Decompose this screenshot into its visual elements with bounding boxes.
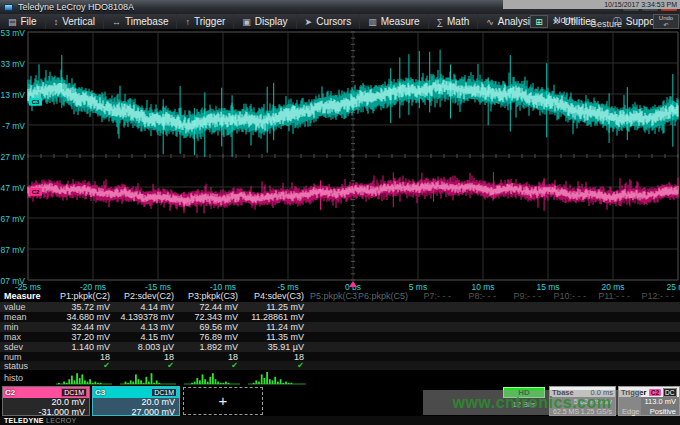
measure-row-value: value35.72 mV4.14 mV72.44 mV11.25 mV (0, 302, 680, 312)
measure-icon: ▥ (368, 17, 377, 27)
histogram-sparkline (56, 371, 112, 385)
measure-histogram (52, 371, 116, 385)
menu-item-display[interactable]: ▣Display (234, 14, 296, 29)
y-axis-label: -27 mV (0, 152, 25, 162)
measure-value: 35.72 mV (52, 302, 116, 312)
measure-mean: 11.28861 mV (244, 312, 310, 322)
channel-box-c2[interactable]: C2DC1M20.0 mV-31.000 mV (2, 386, 90, 416)
measure-mean: 4.139378 mV (116, 312, 180, 322)
measure-sdev: 1.140 mV (52, 342, 116, 352)
measure-mean: 72.343 mV (180, 312, 244, 322)
measure-histogram (116, 371, 180, 385)
menu-item-cursors[interactable]: ➤Cursors (297, 14, 361, 29)
trigger-slope: Positive (650, 407, 676, 417)
timestamp-strip: 10/15/2017 3:34:53 PM (503, 0, 680, 9)
measure-num: 18 (116, 352, 180, 362)
measure-mean: 34.680 mV (52, 312, 116, 322)
y-axis-label: -87 mV (0, 245, 25, 255)
measure-num: 18 (52, 352, 116, 362)
histogram-sparkline (248, 371, 306, 385)
x-axis-label: -15 ms (145, 282, 171, 290)
gesture-button[interactable]: Gesture (590, 19, 622, 29)
x-axis-label: 15 ms (536, 282, 559, 290)
measure-row-label: min (0, 322, 52, 332)
add-channel-button[interactable]: + (183, 387, 263, 415)
measure-row-label: value (0, 302, 52, 312)
measure-col-header[interactable]: P6:pkpk(C5) (358, 291, 412, 301)
window-title: Teledyne LeCroy HDO8108A (18, 2, 134, 12)
menu-item-file[interactable]: ▤File (0, 14, 46, 29)
measure-min: 11.24 mV (244, 322, 310, 332)
measure-row-status: status✔✔✔✔ (0, 361, 680, 370)
x-axis-label: 25 ms (666, 282, 680, 290)
measure-col-header[interactable]: P11:- - - (592, 291, 636, 301)
waveform-display[interactable]: 53 mV33 mV13 mV-7 mV-27 mV-47 mV-67 mV-8… (0, 30, 680, 290)
measure-col-header[interactable]: P3:pkpk(C3) (180, 291, 244, 301)
measure-col-header[interactable]: P7:- - - (412, 291, 457, 301)
measure-histogram (244, 371, 310, 385)
trigger-source-badge: C2 (649, 389, 660, 396)
channel-box-c3[interactable]: C3DC1M20.0 mV27.000 mV (92, 386, 180, 416)
measure-col-header[interactable]: P4:sdev(C3) (244, 291, 310, 301)
measure-row-label: status (0, 361, 52, 371)
channel-coupling: DC1M (151, 388, 177, 397)
watermark: www.cntronics.com (423, 390, 641, 415)
x-axis-label: 5 ms (409, 282, 427, 290)
menu-item-math[interactable]: ∑Math (429, 14, 479, 29)
x-axis-label: -25 ms (15, 282, 41, 290)
measure-row-max: max37.20 mV4.15 mV76.89 mV11.35 mV (0, 332, 680, 342)
measure-col-header[interactable]: P10:- - - (547, 291, 592, 301)
trigger-coupling-badge: DC (663, 388, 677, 397)
measure-max: 76.89 mV (180, 332, 244, 342)
measure-sdev: 1.892 mV (180, 342, 244, 352)
measure-min: 69.56 mV (180, 322, 244, 332)
x-axis-label: 10 ms (471, 282, 494, 290)
grid-layout-button[interactable]: ⊞ (530, 15, 548, 28)
undo-button[interactable]: Undo ↶ (653, 14, 679, 29)
measure-row-mean: mean34.680 mV4.139378 mV72.343 mV11.2886… (0, 312, 680, 322)
measure-histogram (180, 371, 244, 385)
menu-item-vertical[interactable]: ↕Vertical (46, 14, 104, 29)
measure-col-header[interactable]: P9:- - - (502, 291, 547, 301)
measure-col-header[interactable]: P12:- - - (636, 291, 680, 301)
graticule-svg: 53 mV33 mV13 mV-7 mV-27 mV-47 mV-67 mV-8… (0, 30, 680, 290)
menu-item-trigger[interactable]: ↑Trigger (177, 14, 234, 29)
analysis-icon: ∿ (486, 17, 494, 27)
y-axis-label: -47 mV (0, 183, 25, 193)
measure-col-header[interactable]: P2:sdev(C2) (116, 291, 180, 301)
measure-status: ✔ (180, 361, 244, 370)
measure-row-min: min32.44 mV4.13 mV69.56 mV11.24 mV (0, 322, 680, 332)
menu-bar: ▤File↕Vertical↔Timebase↑Trigger▣Display➤… (0, 14, 680, 30)
menu-item-label: Math (447, 16, 469, 27)
vertical-icon: ↕ (54, 17, 59, 27)
measure-row-label: histo (0, 373, 52, 383)
measure-max: 37.20 mV (52, 332, 116, 342)
menu-item-timebase[interactable]: ↔Timebase (104, 14, 178, 29)
measure-row-label: sdev (0, 342, 52, 352)
measure-status: ✔ (52, 361, 116, 370)
measure-col-header[interactable]: P5:pkpk(C3) (310, 291, 358, 301)
measure-col-header[interactable]: P1:pkpk(C2) (52, 291, 116, 301)
menu-item-label: Timebase (125, 16, 169, 27)
channel-coupling: DC1M (61, 388, 87, 397)
measure-max: 11.35 mV (244, 332, 310, 342)
channel-marker-c2[interactable]: C2 (29, 188, 42, 196)
channel-marker-c3[interactable]: C3 (29, 98, 42, 106)
app-icon (4, 4, 13, 11)
y-axis-label: 53 mV (0, 30, 25, 38)
measure-status: ✔ (116, 361, 180, 370)
cursors-icon: ➤ (305, 17, 313, 27)
menu-item-measure[interactable]: ▥Measure (360, 14, 428, 29)
histogram-sparkline (184, 371, 240, 385)
oscilloscope-app: Teledyne LeCroy HDO8108A – □ × ▤File↕Ver… (0, 0, 680, 425)
measure-col-header[interactable]: P8:- - - (457, 291, 502, 301)
y-axis-label: -7 mV (2, 121, 25, 131)
measure-min: 32.44 mV (52, 322, 116, 332)
measure-row-label: mean (0, 312, 52, 322)
display-icon: ▣ (242, 17, 251, 27)
math-icon: ∑ (437, 17, 443, 27)
histogram-sparkline (120, 371, 176, 385)
menu-item-label: File (21, 16, 37, 27)
svg-text:C2: C2 (32, 189, 40, 195)
timestamp: 10/15/2017 3:34:53 PM (604, 0, 680, 8)
